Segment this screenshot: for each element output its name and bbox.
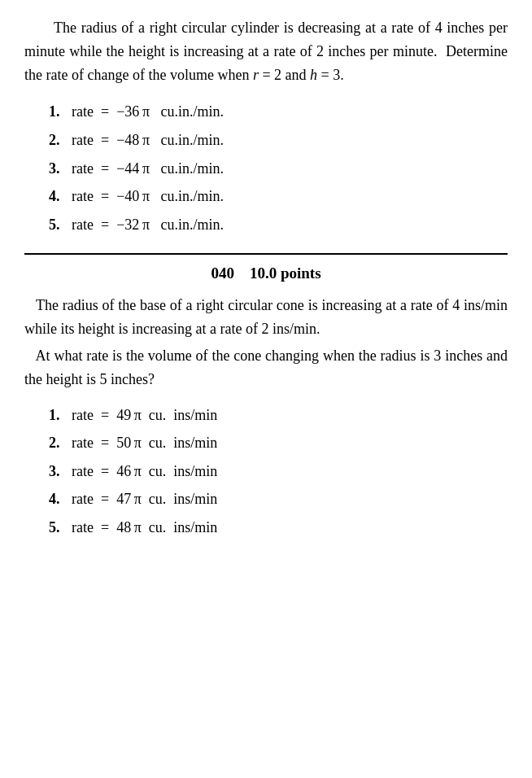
problem-1: The radius of a right circular cylinder …	[24, 16, 508, 237]
option-number: 3.	[49, 459, 68, 484]
list-item: 2. rate = −48 π cu.in./min.	[49, 128, 508, 153]
list-item: 3. rate = −44 π cu.in./min.	[49, 156, 508, 181]
option-number: 5.	[49, 515, 68, 540]
option-number: 2.	[49, 128, 68, 153]
option-content: rate = 47 π cu. ins/min	[72, 487, 217, 512]
problem-2: The radius of the base of a right circul…	[24, 294, 508, 540]
option-number: 4.	[49, 487, 68, 512]
section-points: 10.0 points	[250, 264, 321, 282]
option-content: rate = 46 π cu. ins/min	[72, 459, 217, 484]
option-content: rate = 49 π cu. ins/min	[72, 403, 217, 428]
section-header: 040 10.0 points	[24, 264, 508, 282]
option-content: rate = −40 π cu.in./min.	[72, 184, 224, 209]
list-item: 2. rate = 50 π cu. ins/min	[49, 431, 508, 456]
list-item: 5. rate = 48 π cu. ins/min	[49, 515, 508, 540]
section-divider	[24, 253, 508, 255]
list-item: 4. rate = −40 π cu.in./min.	[49, 184, 508, 209]
option-content: rate = −44 π cu.in./min.	[72, 156, 224, 181]
option-content: rate = 50 π cu. ins/min	[72, 431, 217, 456]
problem-2-text1: The radius of the base of a right circul…	[24, 294, 508, 341]
option-number: 4.	[49, 184, 68, 209]
option-number: 5.	[49, 212, 68, 238]
list-item: 3. rate = 46 π cu. ins/min	[49, 459, 508, 484]
list-item: 5. rate = −32 π cu.in./min.	[49, 212, 508, 238]
option-content: rate = −32 π cu.in./min.	[72, 212, 224, 238]
var-r: r	[253, 67, 259, 83]
option-number: 3.	[49, 156, 68, 181]
list-item: 1. rate = −36 π cu.in./min.	[49, 99, 508, 125]
option-content: rate = −48 π cu.in./min.	[72, 128, 224, 153]
problem-2-text2: At what rate is the volume of the cone c…	[24, 344, 508, 391]
problem-1-options: 1. rate = −36 π cu.in./min. 2. rate = −4…	[24, 99, 508, 237]
problem-1-text: The radius of a right circular cylinder …	[24, 16, 508, 86]
option-number: 1.	[49, 403, 68, 428]
list-item: 1. rate = 49 π cu. ins/min	[49, 403, 508, 428]
option-number: 2.	[49, 431, 68, 456]
list-item: 4. rate = 47 π cu. ins/min	[49, 487, 508, 512]
var-h: h	[310, 67, 317, 83]
section-number: 040	[211, 264, 234, 282]
problem-2-options: 1. rate = 49 π cu. ins/min 2. rate = 50 …	[24, 403, 508, 540]
option-content: rate = −36 π cu.in./min.	[72, 99, 224, 125]
option-content: rate = 48 π cu. ins/min	[72, 515, 217, 540]
option-number: 1.	[49, 99, 68, 125]
